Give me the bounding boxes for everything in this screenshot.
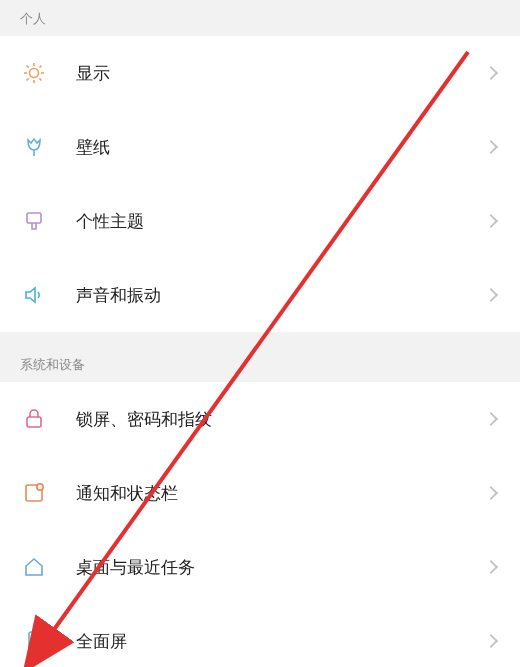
- section-personal: 显示 壁纸 个性主题 声音和振动: [0, 36, 520, 332]
- chevron-right-icon: [484, 634, 498, 648]
- svg-rect-10: [27, 213, 41, 223]
- section-header-system: 系统和设备: [0, 346, 520, 382]
- section-header-personal: 个人: [0, 0, 520, 36]
- chevron-right-icon: [484, 288, 498, 302]
- svg-line-6: [39, 78, 41, 80]
- item-label: 通知和状态栏: [76, 482, 486, 505]
- brightness-icon: [20, 59, 48, 87]
- item-label: 全面屏: [76, 630, 486, 653]
- brush-icon: [20, 207, 48, 235]
- item-sound[interactable]: 声音和振动: [0, 258, 520, 332]
- item-label: 壁纸: [76, 136, 486, 159]
- item-notification[interactable]: 通知和状态栏: [0, 456, 520, 530]
- chevron-right-icon: [484, 486, 498, 500]
- home-icon: [20, 553, 48, 581]
- lock-icon: [20, 405, 48, 433]
- chevron-right-icon: [484, 412, 498, 426]
- item-label: 声音和振动: [76, 284, 486, 307]
- section-gap: [0, 332, 520, 346]
- item-label: 桌面与最近任务: [76, 556, 486, 579]
- phone-icon: [20, 627, 48, 655]
- item-theme[interactable]: 个性主题: [0, 184, 520, 258]
- svg-line-5: [27, 66, 29, 68]
- volume-icon: [20, 281, 48, 309]
- item-label: 显示: [76, 62, 486, 85]
- tulip-icon: [20, 133, 48, 161]
- item-lockscreen[interactable]: 锁屏、密码和指纹: [0, 382, 520, 456]
- chevron-right-icon: [484, 214, 498, 228]
- svg-rect-11: [27, 417, 41, 427]
- chevron-right-icon: [484, 66, 498, 80]
- svg-line-8: [39, 66, 41, 68]
- notification-icon: [20, 479, 48, 507]
- svg-point-13: [37, 484, 43, 490]
- item-fullscreen[interactable]: 全面屏: [0, 604, 520, 667]
- item-home[interactable]: 桌面与最近任务: [0, 530, 520, 604]
- item-label: 个性主题: [76, 210, 486, 233]
- item-wallpaper[interactable]: 壁纸: [0, 110, 520, 184]
- svg-line-7: [27, 78, 29, 80]
- item-label: 锁屏、密码和指纹: [76, 408, 486, 431]
- section-system: 锁屏、密码和指纹 通知和状态栏 桌面与最近任务 全面屏: [0, 382, 520, 667]
- chevron-right-icon: [484, 560, 498, 574]
- item-display[interactable]: 显示: [0, 36, 520, 110]
- svg-point-0: [30, 69, 39, 78]
- chevron-right-icon: [484, 140, 498, 154]
